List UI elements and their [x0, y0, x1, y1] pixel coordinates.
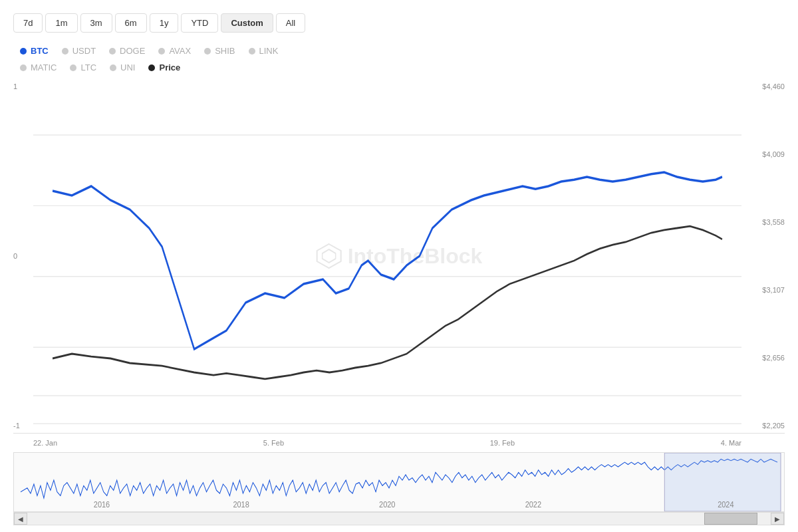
legend-item-doge[interactable]: DOGE: [109, 46, 145, 56]
navigator-svg: 2016 2018 2020 2022 2024: [14, 453, 784, 511]
navigator-chart[interactable]: 2016 2018 2020 2022 2024: [13, 452, 785, 512]
x-label-4: 4. Mar: [721, 439, 741, 447]
legend-item-matic[interactable]: MATIC: [20, 63, 57, 72]
time-btn-1m[interactable]: 1m: [45, 13, 77, 33]
chart-legend: BTCUSDTDOGEAVAXSHIBLINKMATICLTCUNIPrice: [13, 46, 785, 72]
legend-label-btc: BTC: [31, 46, 49, 56]
time-btn-6m[interactable]: 6m: [115, 13, 147, 33]
legend-row-2: MATICLTCUNIPrice: [20, 63, 785, 72]
legend-dot-doge: [109, 48, 116, 55]
svg-text:2024: 2024: [718, 499, 734, 509]
legend-label-uni: UNI: [120, 63, 135, 72]
legend-label-link: LINK: [259, 46, 279, 56]
legend-dot-price: [148, 65, 155, 71]
x-axis: 22. Jan 5. Feb 19. Feb 4. Mar: [13, 436, 785, 450]
scrollbar-track[interactable]: ◀ ▶: [14, 513, 784, 525]
time-btn-all[interactable]: All: [276, 13, 305, 33]
legend-item-uni[interactable]: UNI: [110, 63, 135, 72]
legend-label-doge: DOGE: [120, 46, 145, 56]
x-label-3: 19. Feb: [490, 439, 515, 447]
x-label-2: 5. Feb: [263, 439, 284, 447]
legend-dot-avax: [158, 48, 165, 55]
chart-wrapper: IntoTheBlock 1 0 -1 $4,460 $4,009 $3,558…: [13, 79, 785, 525]
svg-text:2022: 2022: [525, 499, 542, 509]
legend-item-btc[interactable]: BTC: [20, 46, 49, 56]
legend-item-price[interactable]: Price: [148, 63, 180, 72]
legend-item-usdt[interactable]: USDT: [62, 46, 96, 56]
legend-label-price: Price: [159, 63, 180, 72]
legend-row-1: BTCUSDTDOGEAVAXSHIBLINK: [20, 46, 785, 56]
legend-dot-ltc: [70, 65, 76, 71]
legend-item-shib[interactable]: SHIB: [204, 46, 235, 56]
legend-item-avax[interactable]: AVAX: [158, 46, 191, 56]
legend-dot-uni: [110, 65, 116, 71]
legend-dot-matic: [20, 65, 27, 71]
scroll-left-button[interactable]: ◀: [14, 513, 27, 525]
legend-dot-shib: [204, 48, 211, 55]
legend-item-ltc[interactable]: LTC: [70, 63, 96, 72]
time-btn-1y[interactable]: 1y: [150, 13, 179, 33]
time-btn-3m[interactable]: 3m: [80, 13, 112, 33]
legend-label-usdt: USDT: [72, 46, 96, 56]
svg-text:2016: 2016: [94, 499, 110, 509]
legend-dot-btc: [20, 48, 27, 55]
svg-text:2018: 2018: [233, 499, 249, 509]
scroll-right-button[interactable]: ▶: [771, 513, 784, 525]
legend-dot-link: [249, 48, 255, 55]
legend-label-avax: AVAX: [169, 46, 191, 56]
legend-label-matic: MATIC: [31, 63, 57, 72]
time-btn-7d[interactable]: 7d: [13, 13, 43, 33]
main-container: 7d1m3m6m1yYTDCustomAll BTCUSDTDOGEAVAXSH…: [0, 0, 798, 532]
legend-item-link[interactable]: LINK: [249, 46, 279, 56]
legend-dot-usdt: [62, 48, 68, 55]
x-label-1: 22. Jan: [33, 439, 57, 447]
time-btn-custom[interactable]: Custom: [221, 13, 273, 33]
legend-label-ltc: LTC: [80, 63, 96, 72]
main-chart-svg: [13, 79, 785, 433]
main-chart: IntoTheBlock 1 0 -1 $4,460 $4,009 $3,558…: [13, 79, 785, 434]
navigator-scrollbar[interactable]: ◀ ▶: [13, 512, 785, 525]
svg-text:2020: 2020: [379, 499, 396, 509]
time-btn-ytd[interactable]: YTD: [181, 13, 218, 33]
time-range-bar: 7d1m3m6m1yYTDCustomAll: [13, 13, 785, 33]
scrollbar-thumb[interactable]: [704, 513, 757, 525]
legend-label-shib: SHIB: [215, 46, 235, 56]
